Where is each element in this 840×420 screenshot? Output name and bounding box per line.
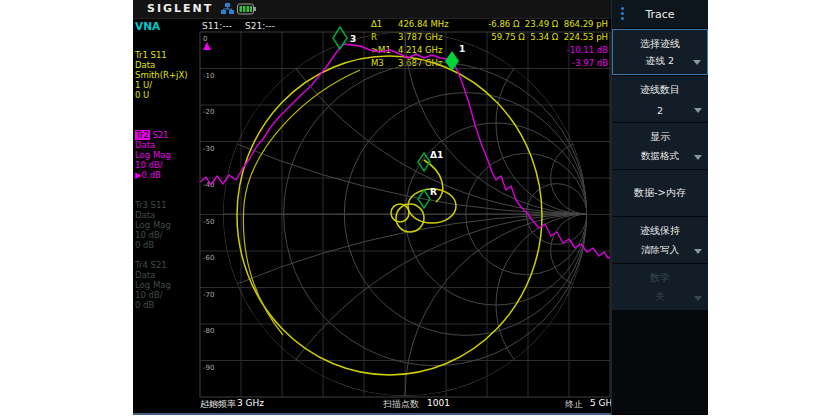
svg-text:R: R bbox=[430, 187, 437, 197]
channel-s21-label[interactable]: S21:--- bbox=[245, 21, 275, 31]
svg-text:-90: -90 bbox=[203, 364, 214, 372]
svg-text:-80: -80 bbox=[203, 327, 214, 335]
menu-item-select-trace[interactable]: 选择迹线 迹线 2 bbox=[612, 29, 708, 75]
trace-menu: Trace 选择迹线 迹线 2 迹线数目 2 显示 数据格式 数据->内存 迹线… bbox=[611, 0, 708, 415]
trace4-info[interactable]: Tr4 S21 Data Log Mag 10 dB/ 0 dB bbox=[135, 260, 207, 310]
start-freq-value[interactable]: 3 GHz bbox=[237, 398, 264, 408]
sweep-info-bar: 起始频率 3 GHz 扫描点数 1001 终止 5 GHz bbox=[133, 398, 611, 413]
siglent-logo: SIGLENT bbox=[147, 2, 213, 15]
menu-item-display[interactable]: 显示 数据格式 bbox=[612, 123, 708, 169]
chevron-down-icon bbox=[694, 108, 702, 113]
sweep-points-value[interactable]: 1001 bbox=[427, 398, 450, 408]
svg-text:-20: -20 bbox=[203, 108, 214, 116]
marker-3 bbox=[333, 27, 347, 49]
svg-text:-50: -50 bbox=[203, 218, 214, 226]
menu-item-trace-hold[interactable]: 迹线保持 清除写入 bbox=[612, 217, 708, 263]
chevron-down-icon bbox=[694, 155, 702, 160]
svg-text:-10: -10 bbox=[203, 72, 214, 80]
stop-freq-label: 终止 bbox=[565, 398, 583, 411]
battery-icon bbox=[237, 3, 256, 15]
chevron-down-icon bbox=[693, 60, 701, 65]
menu-item-trace-count[interactable]: 迹线数目 2 bbox=[612, 76, 708, 122]
app-label: VNA bbox=[135, 20, 160, 32]
trace3-info[interactable]: Tr3 S11 Data Log Mag 10 dB/ 0 dB bbox=[135, 200, 207, 250]
vna-screen: SIGLENT VNA S11:--- S21:--- Δ1426.84 MHz… bbox=[133, 0, 708, 415]
lan-icon bbox=[221, 3, 234, 15]
page-background: SIGLENT VNA S11:--- S21:--- Δ1426.84 MHz… bbox=[0, 0, 840, 420]
menu-item-math-disabled: 数学 关 bbox=[612, 264, 708, 310]
svg-text:3: 3 bbox=[350, 34, 356, 44]
marker-row-delta1: Δ1426.84 MHz -6.86 Ω 23.49 Ω 864.29 pH bbox=[371, 19, 608, 32]
start-freq-label: 起始频率 bbox=[200, 398, 236, 411]
svg-text:-60: -60 bbox=[203, 254, 214, 262]
smith-chart-plot: 0-10-20-30-40-50-60-70-80-90-10031Δ1R bbox=[200, 32, 610, 397]
chevron-down-icon bbox=[694, 249, 702, 254]
channel-s11-label[interactable]: S11:--- bbox=[202, 21, 232, 31]
menu-header[interactable]: Trace bbox=[612, 0, 708, 29]
trace2-info-active[interactable]: Tr2 S21 Data Log Mag 10 dB/ ▶0 dB bbox=[135, 130, 207, 180]
svg-text:-30: -30 bbox=[203, 145, 214, 153]
menu-item-data-to-memory[interactable]: 数据->内存 bbox=[612, 170, 708, 216]
svg-text:0: 0 bbox=[203, 35, 207, 43]
trace1-info[interactable]: Tr1 S11 Data Smith(R+jX) 1 U/ 0 U bbox=[135, 50, 207, 100]
sweep-points-label: 扫描点数 bbox=[383, 398, 419, 411]
svg-text:-70: -70 bbox=[203, 291, 214, 299]
svg-text:Δ1: Δ1 bbox=[430, 150, 443, 160]
svg-text:1: 1 bbox=[459, 44, 465, 54]
kebab-menu-icon bbox=[621, 7, 624, 22]
chevron-down-icon bbox=[694, 296, 702, 301]
